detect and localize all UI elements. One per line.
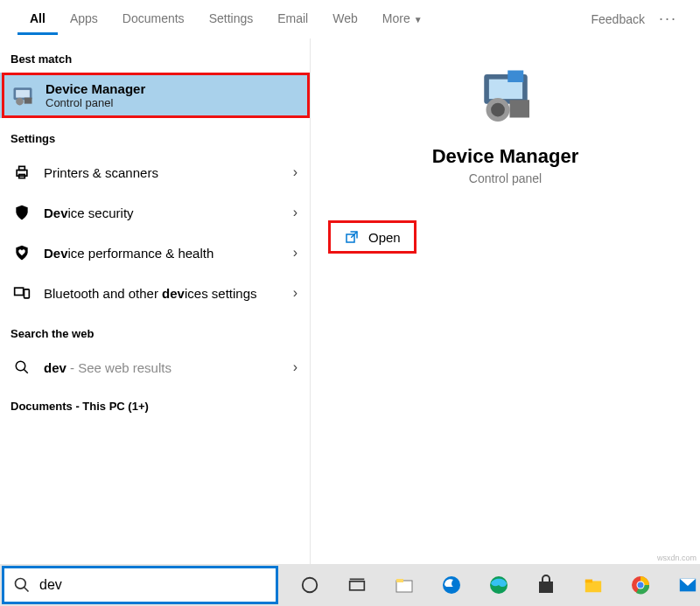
web-search-label: dev - See web results bbox=[44, 360, 281, 375]
preview-title: Device Manager bbox=[432, 145, 579, 168]
best-match-result[interactable]: Device Manager Control panel bbox=[0, 73, 310, 118]
preview-subtitle: Control panel bbox=[469, 171, 542, 185]
section-settings: Settings bbox=[0, 118, 310, 152]
svg-rect-29 bbox=[539, 582, 553, 593]
svg-point-19 bbox=[16, 579, 26, 589]
folder-icon[interactable] bbox=[581, 573, 606, 597]
task-view-icon[interactable] bbox=[345, 573, 369, 597]
open-label: Open bbox=[368, 230, 401, 245]
svg-line-20 bbox=[24, 588, 29, 592]
tab-documents[interactable]: Documents bbox=[110, 3, 197, 35]
chevron-right-icon: › bbox=[293, 164, 298, 180]
tab-more[interactable]: More▼ bbox=[370, 3, 435, 35]
search-filter-tabs: All Apps Documents Settings Email Web Mo… bbox=[0, 0, 700, 38]
search-box[interactable] bbox=[2, 566, 278, 604]
settings-item-bluetooth[interactable]: Bluetooth and other devices settings › bbox=[0, 273, 310, 313]
svg-point-15 bbox=[491, 103, 505, 117]
svg-rect-1 bbox=[16, 90, 30, 98]
device-manager-large-icon bbox=[474, 66, 537, 129]
svg-rect-8 bbox=[24, 289, 30, 298]
chevron-right-icon: › bbox=[293, 285, 298, 301]
mail-icon[interactable] bbox=[676, 573, 700, 597]
edge-legacy-icon[interactable] bbox=[439, 573, 464, 597]
svg-point-2 bbox=[16, 98, 24, 106]
svg-point-9 bbox=[16, 361, 25, 371]
svg-rect-25 bbox=[396, 579, 403, 582]
devices-icon bbox=[12, 283, 32, 303]
results-panel: Best match Device Manager Control panel … bbox=[0, 38, 311, 564]
svg-rect-3 bbox=[24, 98, 32, 104]
svg-rect-30 bbox=[585, 581, 601, 592]
open-icon bbox=[344, 229, 360, 245]
svg-point-34 bbox=[638, 582, 644, 589]
svg-rect-31 bbox=[585, 580, 592, 583]
device-manager-icon bbox=[10, 83, 35, 108]
web-search-item[interactable]: dev - See web results › bbox=[0, 347, 310, 387]
watermark: wsxdn.com bbox=[657, 554, 696, 562]
chrome-icon[interactable] bbox=[628, 573, 653, 597]
svg-rect-16 bbox=[509, 100, 529, 117]
settings-item-label: Bluetooth and other devices settings bbox=[44, 286, 281, 301]
edge-icon[interactable] bbox=[486, 573, 511, 597]
shield-icon bbox=[12, 203, 32, 222]
tab-all[interactable]: All bbox=[18, 3, 58, 35]
section-documents-footer[interactable]: Documents - This PC (1+) bbox=[0, 387, 310, 425]
taskbar bbox=[0, 564, 700, 606]
search-input[interactable] bbox=[39, 577, 267, 593]
chevron-right-icon: › bbox=[293, 205, 298, 220]
open-button[interactable]: Open bbox=[328, 220, 416, 254]
chevron-right-icon: › bbox=[293, 359, 298, 375]
search-icon bbox=[13, 576, 31, 594]
printer-icon bbox=[12, 163, 32, 182]
settings-item-printers[interactable]: Printers & scanners › bbox=[0, 152, 310, 192]
tab-settings[interactable]: Settings bbox=[197, 3, 266, 35]
tab-web[interactable]: Web bbox=[320, 3, 370, 35]
chevron-right-icon: › bbox=[293, 245, 298, 261]
svg-rect-13 bbox=[508, 71, 523, 83]
settings-item-device-performance[interactable]: Device performance & health › bbox=[0, 233, 310, 273]
preview-panel: Device Manager Control panel Open bbox=[311, 38, 700, 564]
best-match-title: Device Manager bbox=[46, 81, 145, 96]
tab-apps[interactable]: Apps bbox=[58, 3, 110, 35]
settings-item-label: Device security bbox=[44, 205, 281, 220]
settings-item-label: Device performance & health bbox=[44, 246, 281, 261]
tab-email[interactable]: Email bbox=[265, 3, 320, 35]
svg-rect-7 bbox=[15, 288, 24, 295]
cortana-icon[interactable] bbox=[298, 573, 322, 597]
feedback-link[interactable]: Feedback bbox=[583, 3, 654, 35]
store-icon[interactable] bbox=[534, 573, 558, 597]
settings-item-label: Printers & scanners bbox=[44, 165, 281, 180]
section-best-match: Best match bbox=[0, 38, 310, 73]
svg-rect-5 bbox=[19, 166, 25, 170]
more-options-button[interactable]: ··· bbox=[654, 4, 682, 33]
chevron-down-icon: ▼ bbox=[414, 15, 423, 24]
file-explorer-icon[interactable] bbox=[392, 573, 416, 597]
svg-point-21 bbox=[303, 578, 318, 593]
heart-shield-icon bbox=[12, 243, 32, 262]
best-match-subtitle: Control panel bbox=[46, 96, 145, 109]
svg-rect-22 bbox=[350, 582, 365, 590]
search-icon bbox=[12, 358, 32, 377]
section-search-web: Search the web bbox=[0, 313, 310, 347]
svg-line-10 bbox=[24, 369, 28, 373]
settings-item-device-security[interactable]: Device security › bbox=[0, 192, 310, 233]
